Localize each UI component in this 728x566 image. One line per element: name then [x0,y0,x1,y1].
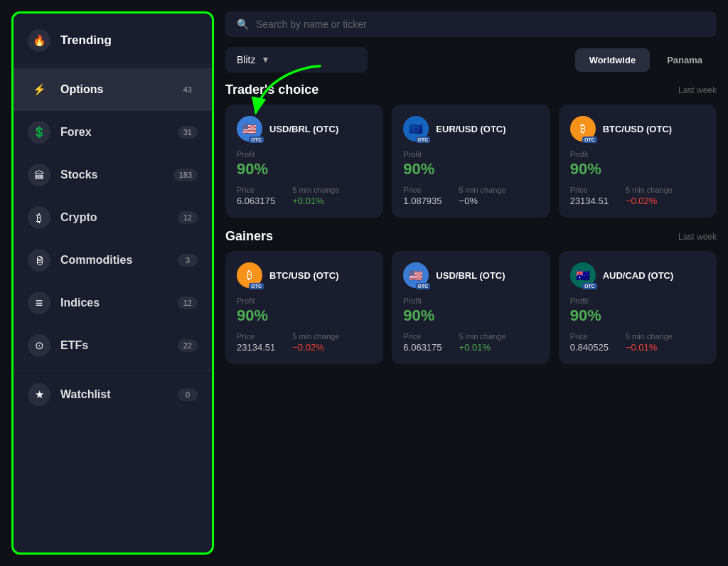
change-value: +0.01% [292,196,339,206]
profit-label: Profit [570,297,705,305]
card-header: 🇺🇸 OTC USD/BRL (OTC) [237,116,372,142]
asset-name: BTC/USD (OTC) [269,270,339,281]
sidebar-item-watchlist[interactable]: ★ Watchlist 0 [14,373,212,416]
btc-icon: ₿ OTC [237,262,262,288]
card-body: Profit 90% Price 1.087935 5 min change −… [403,150,538,206]
asset-name: USD/BRL (OTC) [436,270,505,281]
main-scroll: Trader's choice Last week 🇺🇸 OTC USD/BRL… [225,82,717,555]
sidebar-item-trending[interactable]: 🔥 Trending [14,19,212,62]
sidebar-item-stocks[interactable]: 🏛 Stocks 183 [14,154,212,196]
card-body: Profit 90% Price 6.063175 5 min change +… [237,150,372,206]
change-value: −0.02% [292,342,339,353]
region-tab-worldwide[interactable]: Worldwide [575,48,650,72]
price-col: Price 23134.51 [237,332,275,353]
filter-selected: Blitz [237,54,255,65]
card-body: Profit 90% Price 23134.51 5 min change −… [570,150,705,206]
watchlist-badge: 0 [178,388,198,401]
forex-label: Forex [60,126,168,139]
price-row: Price 6.063175 5 min change +0.01% [403,332,538,353]
search-input[interactable] [256,18,705,30]
main-content: 🔍 Blitz ▼ Worldwide Panama Trader's choi… [225,11,717,555]
etfs-label: ETFs [60,339,168,352]
profit-value: 90% [570,160,705,178]
commodities-label: Commodities [60,254,168,267]
region-tabs: Worldwide Panama [575,48,717,72]
aud-cad-icon: 🇦🇺 OTC [570,262,596,288]
sidebar-item-indices[interactable]: ≡ Indices 12 [14,282,212,324]
change-label: 5 min change [459,332,506,341]
indices-icon: ≡ [28,292,50,314]
card-usd-brl-gainers[interactable]: 🇺🇸 OTC USD/BRL (OTC) Profit 90% Price [392,251,550,364]
change-value: −0.02% [626,196,673,206]
sidebar-item-etfs[interactable]: ⊙ ETFs 22 [14,324,212,367]
price-label: Price [237,186,275,194]
price-col: Price 0.840525 [570,332,609,353]
change-value: +0.01% [459,342,506,353]
profit-label: Profit [570,150,705,159]
chevron-down-icon: ▼ [261,55,269,65]
card-header: 🇺🇸 OTC USD/BRL (OTC) [403,262,538,288]
price-row: Price 23134.51 5 min change −0.02% [570,186,705,206]
usd-brl-icon: 🇺🇸 OTC [403,262,429,288]
commodities-badge: 3 [178,254,198,267]
options-badge: 43 [178,83,198,96]
profit-label: Profit [237,150,372,159]
indices-label: Indices [60,297,168,309]
card-btc-usd-traders[interactable]: ₿ OTC BTC/USD (OTC) Profit 90% Price [559,105,717,218]
card-btc-usd-gainers[interactable]: ₿ OTC BTC/USD (OTC) Profit 90% Price [225,251,383,364]
price-label: Price [403,186,441,194]
sidebar-item-commodities[interactable]: 🛢 Commodities 3 [14,239,212,282]
sidebar-item-options[interactable]: ⚡ Options 43 [14,68,212,111]
price-label: Price [570,332,609,341]
filter-dropdown[interactable]: Blitz ▼ [225,47,368,73]
card-body: Profit 90% Price 0.840525 5 min change −… [570,297,705,353]
gainers-section: Gainers Last week ₿ OTC BTC/USD (OTC) [225,229,717,364]
card-body: Profit 90% Price 6.063175 5 min change +… [403,297,538,353]
price-col: Price 23134.51 [570,186,609,206]
options-icon: ⚡ [28,78,50,101]
sidebar-item-forex[interactable]: 💲 Forex 31 [14,111,212,154]
asset-name: AUD/CAD (OTC) [603,270,674,281]
traders-choice-header: Trader's choice Last week [225,82,717,97]
change-label: 5 min change [626,186,673,194]
change-label: 5 min change [459,186,506,194]
commodities-icon: 🛢 [28,249,50,272]
region-tab-panama[interactable]: Panama [653,48,717,72]
crypto-icon: ₿ [28,206,50,229]
card-header: 🇦🇺 OTC AUD/CAD (OTC) [570,262,705,288]
stocks-icon: 🏛 [28,164,50,186]
asset-name: BTC/USD (OTC) [603,124,673,134]
btc-usd-icon: ₿ OTC [570,116,596,142]
stocks-label: Stocks [60,169,164,181]
profit-value: 90% [570,306,705,325]
price-row: Price 23134.51 5 min change −0.02% [237,332,372,353]
asset-name: EUR/USD (OTC) [436,124,505,134]
profit-value: 90% [403,306,538,325]
etfs-badge: 22 [178,339,198,352]
watchlist-icon: ★ [28,383,50,406]
forex-icon: 💲 [28,121,50,144]
search-bar: 🔍 [225,11,717,37]
change-col: 5 min change +0.01% [292,186,339,206]
usd-brl-icon: 🇺🇸 OTC [237,116,262,142]
price-label: Price [570,186,609,194]
change-col: 5 min change −0.02% [292,332,339,353]
price-value: 23134.51 [570,196,609,206]
price-row: Price 0.840525 5 min change −0.01% [570,332,705,353]
price-label: Price [403,332,441,341]
change-col: 5 min change −0.02% [626,186,673,206]
profit-label: Profit [237,297,372,305]
change-col: 5 min change −0% [459,186,506,206]
profit-value: 90% [403,160,538,178]
indices-badge: 12 [178,297,198,309]
sidebar-item-crypto[interactable]: ₿ Crypto 12 [14,196,212,239]
card-usd-brl-traders[interactable]: 🇺🇸 OTC USD/BRL (OTC) Profit 90% Price [225,105,383,218]
crypto-label: Crypto [60,211,168,224]
options-label: Options [60,83,168,96]
filter-row: Blitz ▼ Worldwide Panama [225,47,717,73]
card-aud-cad-gainers[interactable]: 🇦🇺 OTC AUD/CAD (OTC) Profit 90% Price [559,251,717,364]
price-row: Price 1.087935 5 min change −0% [403,186,538,206]
change-col: 5 min change +0.01% [459,332,506,353]
card-eur-usd-traders[interactable]: 🇪🇺 OTC EUR/USD (OTC) Profit 90% Price [392,105,550,218]
price-value: 6.063175 [237,196,275,206]
